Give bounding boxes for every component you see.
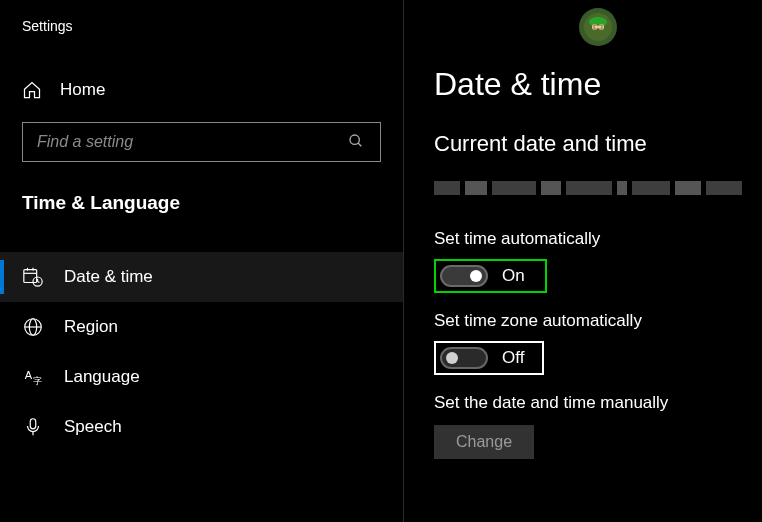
home-label: Home [60,80,105,100]
set-time-auto-toggle[interactable] [440,265,488,287]
svg-line-1 [358,143,361,146]
toggle-state-text: Off [502,348,524,368]
home-nav[interactable]: Home [0,80,403,100]
set-tz-auto-toggle[interactable] [440,347,488,369]
set-time-auto-label: Set time automatically [434,229,762,249]
set-tz-auto-toggle-row: Off [434,341,544,375]
main-panel: Date & time Current date and time Set ti… [403,0,762,522]
page-title: Date & time [434,66,762,103]
globe-icon [22,316,44,338]
search-icon [348,133,366,151]
section-current-datetime: Current date and time [434,131,762,157]
sidebar-item-label: Date & time [64,267,153,287]
svg-text:A: A [25,369,33,381]
svg-line-8 [38,282,40,283]
svg-text:字: 字 [33,376,42,386]
sidebar-item-speech[interactable]: Speech [0,402,403,452]
change-button[interactable]: Change [434,425,534,459]
set-manual-label: Set the date and time manually [434,393,762,413]
sidebar-item-label: Language [64,367,140,387]
sidebar-item-region[interactable]: Region [0,302,403,352]
search-box[interactable] [22,122,381,162]
sidebar-item-date-time[interactable]: Date & time [0,252,403,302]
window-title: Settings [0,0,403,42]
microphone-icon [22,416,44,438]
set-tz-auto-label: Set time zone automatically [434,311,762,331]
svg-rect-14 [30,419,36,429]
language-icon: A 字 [22,366,44,388]
toggle-state-text: On [502,266,525,286]
current-datetime-value [434,181,762,195]
sidebar-item-label: Region [64,317,118,337]
search-input[interactable] [37,133,348,151]
sidebar: Settings Home Time & Language [0,0,403,522]
set-time-auto-toggle-row: On [434,259,547,293]
svg-rect-2 [24,270,37,283]
sidebar-item-label: Speech [64,417,122,437]
svg-point-0 [350,135,359,144]
calendar-clock-icon [22,266,44,288]
avatar [579,8,617,46]
svg-point-17 [589,17,607,27]
sidebar-item-language[interactable]: A 字 Language [0,352,403,402]
home-icon [22,80,42,100]
nav-list: Date & time Region A 字 Language [0,252,403,452]
category-title: Time & Language [0,192,403,214]
